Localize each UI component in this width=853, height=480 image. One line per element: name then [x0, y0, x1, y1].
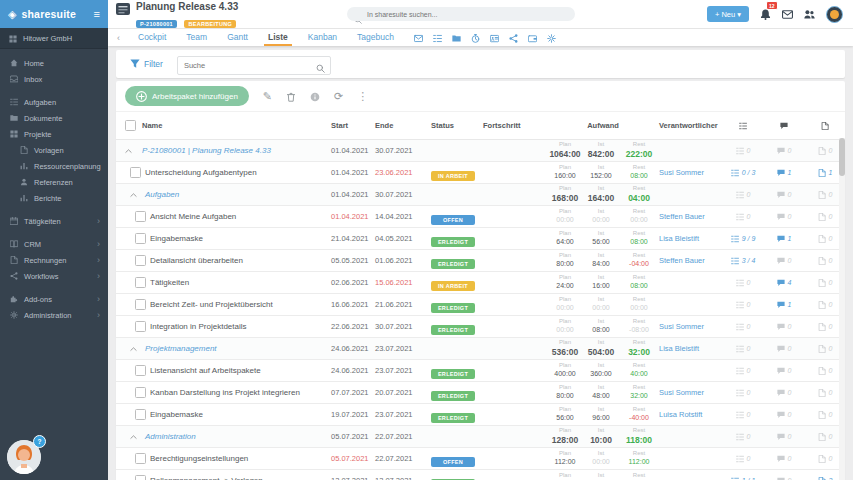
work-package-name[interactable]: Tätigkeiten	[142, 278, 331, 287]
subtasks-count[interactable]: 0	[723, 279, 763, 287]
comments-count[interactable]: 0	[763, 257, 805, 265]
subtasks-count[interactable]: 0 / 3	[723, 169, 763, 177]
sidebar-item-crm[interactable]: CRM›	[0, 236, 108, 252]
subtasks-count[interactable]: 0	[723, 367, 763, 375]
comments-count[interactable]: 0	[763, 433, 805, 441]
menu-toggle-icon[interactable]: ≡	[94, 8, 100, 20]
comments-count[interactable]: 1	[763, 301, 805, 309]
tab-icon-envelope[interactable]	[414, 29, 423, 47]
comments-count[interactable]: 4	[763, 279, 805, 287]
sidebar-item-ressourcenplanung[interactable]: Ressourcenplanung	[0, 158, 108, 174]
user-avatar[interactable]	[826, 6, 843, 23]
work-package-name[interactable]: Ansicht Meine Aufgaben	[142, 212, 331, 221]
sidebar-item-administration[interactable]: Administration›	[0, 307, 108, 323]
table-row[interactable]: Ansicht Meine Aufgaben01.04.202114.04.20…	[116, 206, 845, 228]
subtasks-count[interactable]: 0	[723, 323, 763, 331]
comments-count[interactable]: 0	[763, 411, 805, 419]
work-package-name[interactable]: Integration in Projektdetails	[142, 322, 331, 331]
list-search-input[interactable]	[177, 56, 331, 75]
contacts-icon[interactable]	[804, 5, 815, 23]
work-package-name[interactable]: Administration	[142, 432, 331, 441]
sidebar-item-vorlagen[interactable]: Vorlagen	[0, 142, 108, 158]
sidebar-item-workflows[interactable]: Workflows›	[0, 268, 108, 284]
work-package-name[interactable]: Kanban Darstellung ins Projekt integrier…	[142, 388, 331, 397]
collapse-caret-icon[interactable]	[130, 186, 142, 204]
work-package-name[interactable]: Listenansicht auf Arbeitspakete	[142, 366, 331, 375]
responsible-link[interactable]: Lisa Bleistift	[659, 234, 723, 243]
responsible-link[interactable]: Susi Sommer	[659, 168, 723, 177]
responsible-link[interactable]: Luisa Rotstift	[659, 410, 723, 419]
table-row[interactable]: Rollenmanagement -> Vorlagen12.07.202113…	[116, 470, 845, 480]
collapse-caret-icon[interactable]	[130, 340, 142, 358]
sidebar-item-rechnungen[interactable]: Rechnungen›	[0, 252, 108, 268]
table-row[interactable]: Integration in Projektdetails22.06.20213…	[116, 316, 845, 338]
info-icon[interactable]	[310, 90, 320, 101]
collapse-caret-icon[interactable]	[125, 142, 142, 160]
more-kebab-icon[interactable]: ⋮	[357, 91, 368, 102]
sidebar-item-dokumente[interactable]: Dokumente	[0, 110, 108, 126]
subtasks-count[interactable]: 0	[723, 301, 763, 309]
collapse-caret-icon[interactable]	[130, 428, 142, 446]
responsible-link[interactable]: Steffen Bauer	[659, 256, 723, 265]
subtasks-count[interactable]: 0	[723, 191, 763, 199]
sidebar-item-berichte[interactable]: Berichte	[0, 190, 108, 206]
subtasks-count[interactable]: 0	[723, 389, 763, 397]
responsible-link[interactable]: Lisa Bleistift	[659, 344, 723, 353]
subtasks-count[interactable]: 9 / 9	[723, 235, 763, 243]
company-selector[interactable]: Hitower GmbH	[0, 28, 108, 49]
comments-count[interactable]: 0	[763, 455, 805, 463]
tab-gantt[interactable]: Gantt	[217, 29, 258, 46]
delete-trash-icon[interactable]	[286, 90, 296, 101]
sidebar-item-inbox[interactable]: Inbox	[0, 71, 108, 87]
table-row[interactable]: Unterscheidung Aufgabentypen01.04.202123…	[116, 162, 845, 184]
comments-count[interactable]: 0	[763, 345, 805, 353]
add-work-package-button[interactable]: Arbeitspaket hinzufügen	[125, 86, 249, 106]
tab-icon-card[interactable]	[490, 29, 499, 47]
new-button[interactable]: + Neu ▾	[707, 6, 749, 22]
tab-icon-share[interactable]	[509, 29, 518, 47]
table-row[interactable]: Projektmanagement24.06.202123.07.2021Pla…	[116, 338, 845, 360]
refresh-icon[interactable]: ⟳	[334, 91, 343, 102]
sidebar-item-t-tigkeiten[interactable]: Tätigkeiten›	[0, 213, 108, 229]
notifications-bell-icon[interactable]: 12	[760, 5, 771, 23]
subtasks-count[interactable]: 0	[723, 411, 763, 419]
work-package-name[interactable]: Bereicht Zeit- und Projektübersicht	[142, 300, 331, 309]
subtasks-count[interactable]: 0	[723, 213, 763, 221]
sidebar-item-projekte[interactable]: Projekte	[0, 126, 108, 142]
work-package-name[interactable]: Aufgaben	[142, 190, 331, 199]
subtasks-count[interactable]: 0	[723, 433, 763, 441]
comments-count[interactable]: 0	[763, 323, 805, 331]
comments-count[interactable]: 0	[763, 213, 805, 221]
sidebar-item-add-ons[interactable]: Add-ons›	[0, 291, 108, 307]
edit-pencil-icon[interactable]: ✎	[263, 91, 272, 102]
comments-count[interactable]: 0	[763, 367, 805, 375]
sidebar-item-referenzen[interactable]: Referenzen	[0, 174, 108, 190]
table-row[interactable]: Eingabemaske19.07.202123.07.2021ERLEDIGT…	[116, 404, 845, 426]
tab-icon-checklist[interactable]	[433, 29, 442, 47]
work-package-name[interactable]: Eingabemaske	[142, 234, 331, 243]
table-row[interactable]: P-21080001 | Planung Release 4.3301.04.2…	[116, 140, 845, 162]
sidebar-item-home[interactable]: Home	[0, 55, 108, 71]
table-row[interactable]: Aufgaben01.04.202130.07.2021Plan168:00Is…	[116, 184, 845, 206]
table-row[interactable]: Administration05.07.202122.07.2021Plan12…	[116, 426, 845, 448]
work-package-name[interactable]: P-21080001 | Planung Release 4.33	[142, 146, 331, 155]
responsible-link[interactable]: Susi Sommer	[659, 322, 723, 331]
tab-tagebuch[interactable]: Tagebuch	[347, 29, 404, 46]
subtasks-count[interactable]: 3 / 4	[723, 257, 763, 265]
work-package-name[interactable]: Detailansicht überarbeiten	[142, 256, 331, 265]
tab-icon-wallet[interactable]	[528, 29, 537, 47]
select-all-checkbox[interactable]	[125, 120, 136, 131]
global-search-input[interactable]	[347, 7, 575, 21]
table-row[interactable]: Berechtigungseinstellungen05.07.202122.0…	[116, 448, 845, 470]
table-row[interactable]: Listenansicht auf Arbeitspakete24.06.202…	[116, 360, 845, 382]
work-package-name[interactable]: Unterscheidung Aufgabentypen	[142, 168, 331, 177]
filter-button[interactable]: Filter	[116, 59, 177, 70]
tab-team[interactable]: Team	[176, 29, 217, 46]
table-row[interactable]: Eingabemaske21.04.202104.05.2021ERLEDIGT…	[116, 228, 845, 250]
work-package-name[interactable]: Berechtigungseinstellungen	[142, 454, 331, 463]
help-badge[interactable]: ?	[33, 435, 46, 448]
subtasks-count[interactable]: 0	[723, 455, 763, 463]
comments-count[interactable]: 0	[763, 477, 805, 480]
comments-count[interactable]: 0	[763, 389, 805, 397]
table-row[interactable]: Tätigkeiten02.06.202115.06.2021IN ARBEIT…	[116, 272, 845, 294]
